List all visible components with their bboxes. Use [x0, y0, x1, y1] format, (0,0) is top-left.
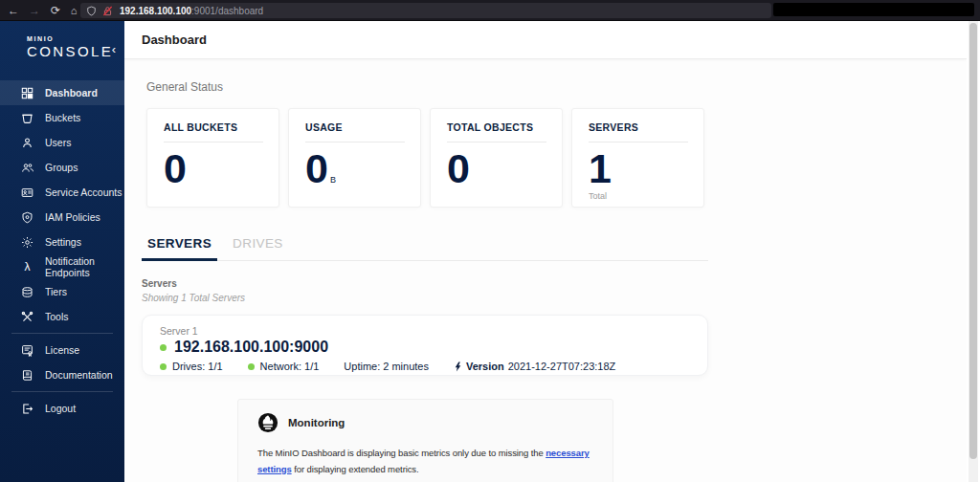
sidebar-divider — [11, 391, 113, 392]
sidebar-collapse-icon[interactable]: ‹ — [112, 42, 116, 56]
network-text: Network: 1/1 — [260, 361, 320, 372]
sidebar-item-settings[interactable]: Settings — [0, 230, 124, 254]
status-cards: ALL BUCKETS 0 USAGE 0B TOTAL OBJECTS 0 S… — [146, 108, 967, 208]
url-bar[interactable]: 192.168.100.100:9001/dashboard — [80, 3, 771, 18]
network-status: Network: 1/1 — [248, 361, 320, 372]
sidebar-item-label: Notification Endpoints — [45, 255, 124, 278]
logo-minio-text: MINIO — [27, 35, 124, 42]
sidebar-item-label: License — [45, 344, 79, 356]
sidebar-item-tools[interactable]: Tools — [0, 304, 124, 329]
drives-status: Drives: 1/1 — [160, 361, 223, 372]
sidebar-item-label: IAM Policies — [45, 211, 100, 223]
tab-bar: SERVERS DRIVES — [142, 236, 708, 261]
shield-icon[interactable] — [86, 6, 97, 16]
status-dot-online — [160, 344, 167, 351]
uptime-status: Uptime: 2 minutes — [344, 361, 429, 372]
documentation-icon — [20, 368, 34, 383]
back-icon[interactable]: ← — [5, 0, 22, 21]
version-value: 2021-12-27T07:23:18Z — [508, 361, 616, 372]
drives-text: Drives: 1/1 — [172, 361, 223, 372]
servers-section-title: Servers — [142, 278, 967, 289]
sidebar: MINIO CONSOLE ‹ Dashboard Buckets — [0, 21, 124, 482]
server-endpoint: 192.168.100.100:9000 — [174, 339, 328, 356]
monitoring-header: Monitoring — [257, 412, 593, 433]
gear-icon — [20, 235, 34, 250]
page-scrollbar — [967, 21, 980, 482]
sidebar-item-label: Service Accounts — [45, 186, 122, 198]
card-all-buckets: ALL BUCKETS 0 — [146, 108, 279, 208]
tab-drives[interactable]: DRIVES — [227, 236, 289, 260]
sidebar-nav: Dashboard Buckets Users Groups — [0, 80, 124, 421]
value-text: 0 — [305, 145, 328, 191]
servers-section-subtitle: Showing 1 Total Servers — [142, 293, 967, 303]
groups-icon — [20, 161, 34, 175]
status-dot-drives — [160, 363, 167, 370]
card-value: 0 — [447, 146, 562, 191]
card-title: USAGE — [305, 121, 420, 133]
sidebar-item-tiers[interactable]: Tiers — [0, 279, 124, 304]
sidebar-item-label: Tiers — [45, 286, 67, 297]
sidebar-item-label: Logout — [45, 403, 76, 414]
status-dot-network — [248, 363, 255, 370]
redacted-area — [773, 3, 974, 16]
tab-servers[interactable]: SERVERS — [142, 236, 217, 261]
sidebar-item-notification-endpoints[interactable]: λ Notification Endpoints — [0, 254, 124, 279]
version-status: Version 2021-12-27T07:23:18Z — [454, 361, 615, 372]
monitoring-title: Monitoring — [288, 417, 345, 428]
scrollbar-thumb[interactable] — [969, 23, 977, 459]
sidebar-item-groups[interactable]: Groups — [0, 155, 124, 180]
unit-text: B — [330, 175, 336, 185]
server-details-row: Drives: 1/1 Network: 1/1 Uptime: 2 minut… — [160, 361, 707, 372]
sidebar-item-service-accounts[interactable]: Service Accounts — [0, 180, 124, 205]
prometheus-icon — [257, 412, 278, 433]
shield-policy-icon — [20, 210, 34, 225]
card-value: 0 — [164, 146, 278, 191]
minio-console-logo: MINIO CONSOLE ‹ — [0, 21, 124, 59]
url-text: 192.168.100.100:9001/dashboard — [120, 6, 263, 16]
sidebar-item-label: Settings — [45, 236, 81, 248]
sidebar-item-users[interactable]: Users — [0, 130, 124, 155]
page-header: Dashboard — [124, 21, 967, 59]
card-value: 0B — [305, 146, 420, 191]
server-endpoint-row: 192.168.100.100:9000 — [160, 339, 707, 356]
tools-icon — [20, 310, 34, 324]
sidebar-item-label: Tools — [45, 311, 69, 322]
forward-icon[interactable]: → — [26, 0, 43, 21]
insecure-lock-icon[interactable] — [102, 6, 113, 16]
value-text: 0 — [164, 145, 187, 191]
general-status-label: General Status — [146, 80, 967, 94]
sidebar-item-license[interactable]: License — [0, 338, 124, 362]
sidebar-item-logout[interactable]: Logout — [0, 396, 124, 421]
divider — [589, 142, 688, 142]
sidebar-item-label: Buckets — [45, 112, 80, 123]
card-title: ALL BUCKETS — [164, 121, 278, 133]
sidebar-item-label: Dashboard — [45, 87, 98, 99]
card-total-objects: TOTAL OBJECTS 0 — [430, 108, 563, 208]
card-usage: USAGE 0B — [288, 108, 421, 208]
version-label: Version — [466, 361, 504, 372]
monitoring-paragraph-1: The MinIO Dashboard is displaying basic … — [257, 446, 593, 477]
reload-icon[interactable]: ⟳ — [47, 0, 64, 21]
sidebar-divider — [11, 333, 113, 334]
sidebar-item-dashboard[interactable]: Dashboard — [0, 80, 124, 105]
divider — [164, 142, 263, 142]
divider — [447, 142, 546, 142]
user-icon — [20, 136, 34, 150]
uptime-text: Uptime: 2 minutes — [344, 361, 429, 372]
value-text: 1 — [589, 145, 612, 191]
sidebar-item-label: Documentation — [45, 369, 113, 381]
service-accounts-icon — [20, 186, 34, 200]
url-host: 192.168.100.100 — [120, 6, 191, 16]
card-value: 1 — [589, 146, 703, 191]
logo-console-text: CONSOLE — [27, 43, 124, 59]
card-servers: SERVERS 1 Total — [571, 108, 704, 208]
browser-toolbar: ← → ⟳ ⌂ 192.168.100.100:9001/dashboard — [0, 0, 980, 21]
sidebar-item-buckets[interactable]: Buckets — [0, 105, 124, 130]
logout-icon — [20, 402, 34, 416]
url-path: :9001/dashboard — [191, 6, 263, 16]
sidebar-item-documentation[interactable]: Documentation — [0, 362, 124, 387]
text: The MinIO Dashboard is displaying basic … — [257, 448, 546, 458]
sidebar-item-iam-policies[interactable]: IAM Policies — [0, 205, 124, 230]
value-text: 0 — [447, 145, 470, 191]
card-title: TOTAL OBJECTS — [447, 121, 562, 133]
